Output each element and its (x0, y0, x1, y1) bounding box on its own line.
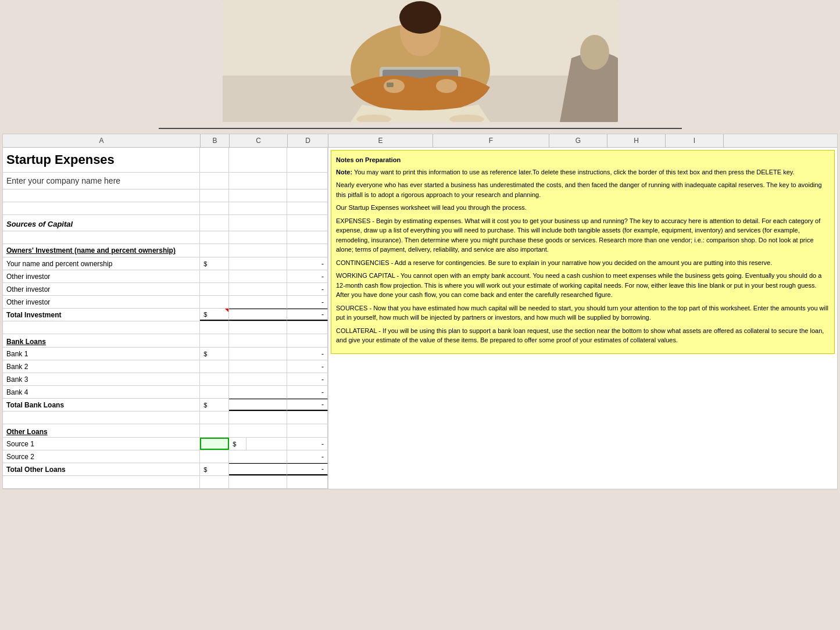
source-2-b (200, 450, 229, 463)
left-data-section: Startup Expenses Enter your company name… (3, 148, 328, 489)
empty-row-6 (3, 476, 328, 489)
total-bank-loans-label: Total Bank Loans (3, 399, 200, 411)
source-1-dollar: $ (229, 438, 246, 450)
notes-para3: CONTINGENCIES - Add a reserve for contin… (336, 258, 830, 268)
bank-4-dash: - (287, 386, 328, 398)
source-2-dash: - (287, 450, 328, 463)
other-investor-3-value[interactable] (229, 296, 287, 308)
bank-2-row: Bank 2 - (3, 360, 328, 373)
bank-1-value[interactable] (229, 348, 287, 360)
title-d (287, 148, 328, 172)
other-loans-header: Other Loans (3, 424, 200, 437)
total-investment-dollar: $ (200, 309, 229, 321)
company-c (229, 173, 287, 189)
source-1-indicator[interactable] (200, 438, 229, 450)
total-other-loans-row: Total Other Loans $ - (3, 463, 328, 476)
bank-3-label: Bank 3 (3, 373, 200, 385)
divider (159, 128, 682, 129)
red-triangle-indicator (225, 309, 228, 312)
other-investor-2-dash: - (287, 283, 328, 295)
empty-row-5 (3, 411, 328, 424)
col-header-i: I (666, 134, 724, 147)
notes-para6: COLLATERAL - If you will be using this p… (336, 326, 830, 345)
total-other-loans-dollar: $ (200, 463, 229, 475)
spreadsheet: A B C D E F G H I Startup Expenses Enter… (2, 134, 838, 489)
source-2-value[interactable] (229, 450, 287, 463)
bank-1-dash: - (287, 348, 328, 360)
source-2-row: Source 2 - (3, 450, 328, 463)
bank-4-value[interactable] (229, 386, 287, 398)
bank-2-b (200, 360, 229, 373)
spreadsheet-title: Startup Expenses (3, 148, 200, 172)
other-investor-1-b (200, 270, 229, 282)
source-1-dash: - (287, 438, 328, 450)
bank-1-dollar: $ (200, 348, 229, 360)
total-investment-dash: - (287, 309, 328, 321)
title-row: Startup Expenses (3, 148, 328, 173)
total-investment-row: Total Investment $ - (3, 309, 328, 321)
other-investor-1-label: Other investor (3, 270, 200, 282)
company-name[interactable]: Enter your company name here (3, 173, 200, 189)
other-investor-1-dash: - (287, 270, 328, 282)
notes-para4: WORKING CAPITAL - You cannot open with a… (336, 271, 830, 300)
bank-2-label: Bank 2 (3, 360, 200, 373)
bank-1-row: Bank 1 $ - (3, 348, 328, 360)
your-name-row: Your name and percent ownership $ - (3, 257, 328, 270)
total-bank-loans-value (229, 399, 287, 411)
header-image (223, 0, 618, 122)
source-1-label: Source 1 (3, 438, 200, 450)
bank-loans-header: Bank Loans (3, 334, 200, 347)
col-header-f: F (433, 134, 549, 147)
source-2-label: Source 2 (3, 450, 200, 463)
note-text: You may want to print this information t… (354, 169, 795, 176)
sources-header-row: Sources of Capital (3, 215, 328, 231)
your-name-dash: - (287, 257, 328, 270)
bank-2-dash: - (287, 360, 328, 373)
col-header-g: G (549, 134, 607, 147)
total-bank-loans-row: Total Bank Loans $ - (3, 399, 328, 411)
other-investor-3-row: Other investor - (3, 296, 328, 309)
owners-header-row: Owners' Investment (name and percent own… (3, 244, 328, 257)
your-name-dollar: $ (200, 257, 229, 270)
total-other-loans-value (229, 463, 287, 475)
owners-header: Owners' Investment (name and percent own… (3, 244, 200, 257)
empty-row-3 (3, 231, 328, 244)
sources-header: Sources of Capital (3, 215, 200, 231)
header-image-area (0, 0, 840, 128)
bank-4-label: Bank 4 (3, 386, 200, 398)
notes-para1: Nearly everyone who has ever started a b… (336, 180, 830, 199)
total-other-loans-dash: - (287, 463, 328, 475)
col-header-a: A (3, 134, 201, 147)
note-label: Note: (336, 169, 352, 176)
col-header-d: D (288, 134, 328, 147)
notes-title: Notes on Preparation (336, 155, 830, 165)
total-investment-value (229, 309, 287, 321)
notes-note: Note: You may want to print this informa… (336, 167, 830, 177)
total-other-loans-label: Total Other Loans (3, 463, 200, 475)
total-bank-loans-dash: - (287, 399, 328, 411)
notes-box: Notes on Preparation Note: You may want … (331, 150, 835, 354)
notes-para5: SOURCES - Now that you have estimated ho… (336, 303, 830, 323)
bank-3-b (200, 373, 229, 385)
right-notes-section: Notes on Preparation Note: You may want … (328, 148, 837, 489)
bank-2-value[interactable] (229, 360, 287, 373)
company-b (200, 173, 229, 189)
other-investor-1-row: Other investor - (3, 270, 328, 283)
source-1-row: Source 1 $ - (3, 438, 328, 450)
bank-4-b (200, 386, 229, 398)
other-investor-2-row: Other investor - (3, 283, 328, 296)
col-header-b: B (201, 134, 230, 147)
svg-point-15 (580, 35, 609, 70)
col-header-h: H (607, 134, 666, 147)
other-loans-header-row: Other Loans (3, 424, 328, 438)
other-investor-2-value[interactable] (229, 283, 287, 295)
col-header-e: E (328, 134, 433, 147)
source-1-value[interactable] (246, 438, 287, 450)
other-investor-3-label: Other investor (3, 296, 200, 308)
company-row: Enter your company name here (3, 173, 328, 189)
bank-3-value[interactable] (229, 373, 287, 385)
your-name-value[interactable] (229, 257, 287, 270)
bank-loans-header-row: Bank Loans (3, 334, 328, 348)
total-investment-label: Total Investment (3, 309, 200, 321)
other-investor-1-value[interactable] (229, 270, 287, 282)
